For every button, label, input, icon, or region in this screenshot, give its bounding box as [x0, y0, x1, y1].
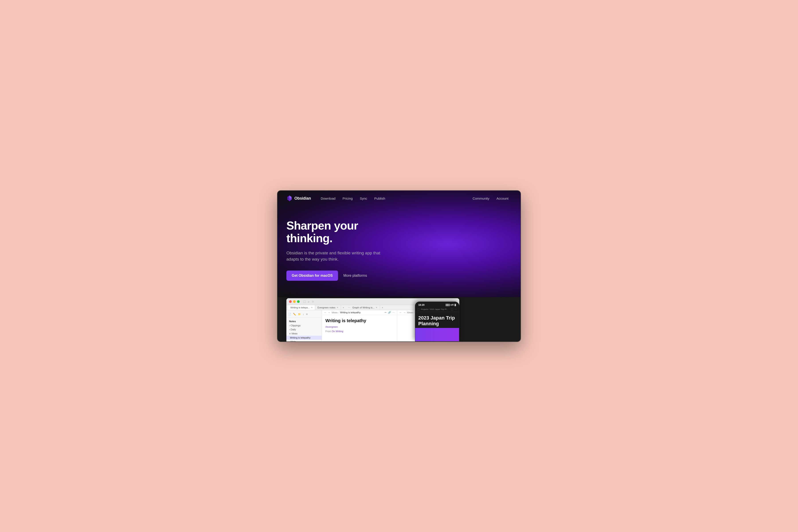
phone-more-icon[interactable]: ⋯ [454, 308, 457, 311]
traffic-light-yellow[interactable] [293, 300, 296, 303]
phone-icon-1[interactable]: ⬚ [417, 308, 420, 311]
screenshots-wrapper: ⬚ ⌕ ☆ Writing is telepa... ✕ Evergreen n… [286, 298, 459, 341]
nav-account[interactable]: Account [494, 195, 512, 202]
phone-document-title: 2023 Japan Trip Planning [418, 315, 456, 327]
tab-writing-telepathy[interactable]: Writing is telepa... ✕ [288, 305, 315, 310]
content-area: Writing is telepathy #evergreen From On … [322, 315, 397, 341]
tab-writing-label: Writing is telepa... [291, 306, 310, 309]
folder-icon[interactable]: ⬚ [303, 300, 306, 303]
link-icon[interactable]: 🔗 [388, 311, 391, 314]
document-from: From On Writing [326, 330, 393, 332]
phone-time: 18:20 [418, 304, 425, 306]
logo[interactable]: Obsidian [286, 195, 311, 202]
phone-icon-2[interactable]: ⬚ [451, 308, 453, 311]
phone-accent-bar [415, 328, 459, 341]
navbar: Obsidian Download Pricing Sync Publish C… [278, 191, 520, 206]
logo-text: Obsidian [294, 196, 311, 201]
search-icon[interactable]: ⌕ [308, 300, 310, 303]
document-tag[interactable]: #evergreen [326, 325, 393, 328]
nav-publish[interactable]: Publish [371, 195, 388, 202]
breadcrumb-separator: / [338, 311, 339, 314]
graph-forward[interactable]: → [403, 311, 406, 314]
more-icon[interactable]: ✕ [306, 313, 308, 316]
mac-main-panel: ← → Ideas / Writing is telepathy ✏ 🔗 ⋯ [322, 310, 397, 341]
hero-content: Sharpen your thinking. Obsidian is the p… [278, 206, 410, 290]
battery-icon: ▓ [454, 304, 456, 306]
graph-breadcrumb-parent: Ideas [407, 311, 413, 314]
tab-add-2[interactable]: + [380, 305, 385, 310]
from-link[interactable]: On Writing [332, 330, 344, 332]
graph-tab-icon: ⋯ [348, 306, 350, 309]
forward-button[interactable]: → [328, 311, 330, 314]
graph-back[interactable]: ← [400, 311, 402, 314]
sidebar-writing-telepathy[interactable]: Writing is telepathy [286, 336, 322, 340]
more-icon[interactable]: ⋯ [392, 311, 395, 314]
more-platforms-button[interactable]: More platforms [344, 274, 367, 278]
nav-sync[interactable]: Sync [357, 195, 370, 202]
hero-section: Obsidian Download Pricing Sync Publish C… [278, 191, 520, 297]
nav-links-right: Community Account [469, 195, 512, 202]
phone-status-icons: ▐▐▐ wifi ▓ [445, 304, 456, 306]
content-toolbar: ← → Ideas / Writing is telepathy ✏ 🔗 ⋯ [322, 310, 397, 315]
tab-evergreen-label: Evergreen notes [317, 306, 335, 309]
sidebar-icons: 📄 ✏️ 📁 ↕ ✕ [286, 312, 322, 318]
star-icon[interactable]: ☆ [312, 300, 314, 303]
tab-add[interactable]: + [341, 305, 346, 310]
from-label: From [326, 330, 331, 332]
phone-content: 2023 Japan Trip Planning [415, 312, 459, 327]
breadcrumb-parent: Ideas [332, 311, 338, 314]
hero-subtitle: Obsidian is the private and flexible wri… [286, 250, 393, 263]
edit-icon[interactable]: ✏️ [293, 313, 296, 316]
sidebar-clippings[interactable]: › Clippings [286, 323, 322, 327]
tab-close-1[interactable]: ✕ [337, 306, 338, 309]
phone-breadcrumb: Projects / 2023 Japan Trip Pl... [421, 308, 449, 310]
breadcrumb: Ideas / Writing is telepathy [332, 311, 361, 314]
sort-icon[interactable]: ↕ [303, 313, 304, 316]
tab-graph-label: Graph of Writing is... [352, 306, 374, 309]
traffic-light-red[interactable] [289, 300, 292, 303]
document-title: Writing is telepathy [326, 318, 393, 323]
hero-title: Sharpen your thinking. [286, 220, 402, 245]
tab-close-2[interactable]: ✕ [376, 306, 377, 309]
nav-links-left: Download Pricing Sync Publish [318, 195, 469, 202]
wifi-icon: wifi [450, 304, 453, 306]
sidebar-daily[interactable]: › Daily [286, 327, 322, 331]
get-obsidian-button[interactable]: Get Obsidian for macOS [286, 270, 338, 281]
screenshots-section: ⬚ ⌕ ☆ Writing is telepa... ✕ Evergreen n… [278, 297, 520, 341]
nav-community[interactable]: Community [469, 195, 493, 202]
obsidian-logo-icon [286, 195, 293, 202]
browser-window: Obsidian Download Pricing Sync Publish C… [277, 190, 521, 342]
nav-download[interactable]: Download [318, 195, 339, 202]
tab-evergreen[interactable]: Evergreen notes ✕ [315, 305, 341, 310]
mac-toolbar-icons: ⬚ ⌕ ☆ [303, 300, 314, 303]
breadcrumb-current: Writing is telepathy [340, 311, 361, 314]
note-icon[interactable]: 📄 [288, 313, 291, 316]
cta-area: Get Obsidian for macOS More platforms [286, 270, 402, 281]
phone-status-bar: 18:20 ▐▐▐ wifi ▓ [415, 302, 459, 307]
mac-sidebar: 📄 ✏️ 📁 ↕ ✕ Notes › Clippings › Daily ∨ I… [286, 310, 322, 341]
back-button[interactable]: ← [324, 311, 327, 314]
phone-toolbar: ⬚ Projects / 2023 Japan Trip Pl... ⬚ ⋯ [415, 307, 459, 312]
tab-graph[interactable]: ⋯ Graph of Writing is... ✕ [346, 305, 380, 310]
edit-icon[interactable]: ✏ [385, 311, 387, 314]
folder-icon[interactable]: 📁 [298, 313, 301, 316]
sidebar-ideas[interactable]: ∨ Ideas [286, 331, 322, 336]
traffic-light-green[interactable] [297, 300, 300, 303]
phone-mockup: 18:20 ▐▐▐ wifi ▓ ⬚ Projects / 2023 Japan… [415, 302, 459, 341]
nav-pricing[interactable]: Pricing [339, 195, 356, 202]
sidebar-notes-title: Notes [286, 319, 322, 323]
tab-close-0[interactable]: ✕ [311, 306, 313, 309]
sidebar-meta[interactable]: › Meta [286, 340, 322, 341]
signal-icon: ▐▐▐ [445, 304, 449, 306]
